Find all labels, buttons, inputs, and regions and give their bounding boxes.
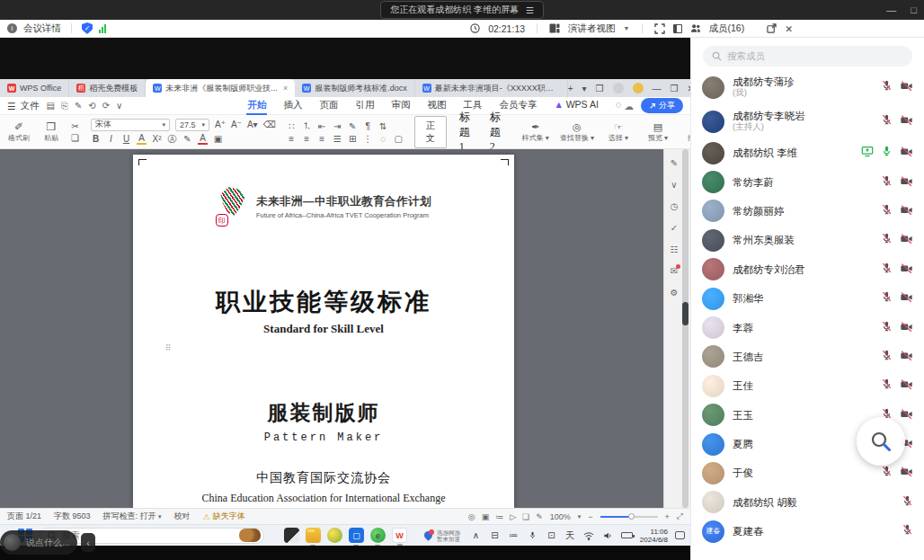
fit-page-icon[interactable]: ⤢ [677, 511, 683, 521]
font-format-icon[interactable]: A [137, 133, 147, 145]
scrollbar-thumb[interactable] [682, 302, 689, 325]
member-row[interactable]: 郭湘华 [691, 284, 924, 313]
tray-sliders-icon[interactable]: ≔ [508, 530, 520, 540]
paragraph-icon[interactable]: ⇤ [317, 121, 327, 131]
tab-list-icon[interactable]: ▾ [582, 84, 587, 93]
tray-clock[interactable]: 11:06 2024/6/8 [640, 528, 668, 544]
camera-off-icon[interactable] [900, 145, 913, 161]
side-tool-icon[interactable]: ✉ [671, 266, 678, 276]
popout-icon[interactable] [766, 23, 777, 34]
file-explorer-icon[interactable] [306, 528, 321, 543]
wps-tab[interactable]: W未来非洲《服装制版师职业技...× [146, 79, 295, 97]
task-view-icon[interactable] [284, 528, 299, 543]
member-row[interactable]: 王德吉 [691, 342, 924, 371]
meeting-details-link[interactable]: 会议详情 [23, 22, 61, 35]
paragraph-icon[interactable]: ⋮ [363, 134, 373, 144]
close-panel-icon[interactable]: ✕ [785, 23, 793, 34]
paragraph-drag-handle[interactable]: ⠿ [165, 343, 171, 352]
side-tool-icon[interactable]: ⚙ [671, 288, 679, 298]
font-size-select[interactable]: 27.5▾ [175, 119, 209, 131]
样式集-button[interactable]: ✒样式集 ▾ [520, 121, 551, 143]
font-format-icon[interactable]: U [121, 134, 131, 144]
chat-input-placeholder[interactable]: 说点什么... [26, 537, 69, 549]
font-format-icon[interactable]: A [198, 133, 208, 145]
paragraph-icon[interactable]: ∷ [287, 121, 297, 131]
tray-display-icon[interactable]: ⊡ [546, 530, 557, 540]
tray-mic-icon[interactable] [527, 530, 538, 540]
font-name-select[interactable]: 宋体▾ [91, 119, 170, 131]
restore-button[interactable]: ❐ [671, 84, 679, 93]
font-format-icon[interactable]: I [106, 134, 116, 144]
view-mode-dropdown[interactable]: 演讲者视图 [568, 22, 616, 35]
paragraph-icon[interactable]: ≡ [287, 134, 297, 144]
boards-icon[interactable]: ❐ [596, 84, 604, 93]
tray-pin-notification[interactable]: 迅游网游 暂未加速 [423, 529, 460, 542]
font-format-icon[interactable]: Ⓐ [167, 133, 177, 146]
missing-font-warning[interactable]: ⚠ 缺失字体 [203, 511, 245, 522]
avatar[interactable] [613, 83, 624, 93]
paragraph-icon[interactable]: ⇥ [333, 121, 342, 131]
camera-off-icon[interactable] [900, 407, 913, 423]
zoom-slider[interactable] [600, 516, 658, 518]
paragraph-icon[interactable]: ☰ [333, 134, 342, 144]
camera-off-icon[interactable] [900, 320, 913, 336]
member-row[interactable]: 成都纺织 李维 [691, 138, 924, 167]
camera-off-icon[interactable] [900, 79, 913, 95]
clear-format-icon[interactable]: ⌫ [263, 120, 276, 129]
menu-开始[interactable]: 开始 [246, 97, 267, 115]
paragraph-icon[interactable]: ◌ [378, 134, 388, 144]
quick-icon[interactable]: ⎘ [61, 101, 68, 111]
member-row[interactable]: 王佳 [691, 371, 924, 400]
browser-green-icon[interactable]: e [370, 528, 386, 543]
member-row[interactable]: 常纺李蔚 [691, 167, 924, 196]
side-tool-icon[interactable]: ✓ [671, 223, 678, 233]
quick-icon[interactable]: ▤ [46, 101, 54, 111]
camera-off-icon[interactable] [900, 378, 913, 394]
view-mode-icon[interactable]: ❏ [522, 512, 529, 521]
avatar[interactable] [633, 83, 644, 93]
menu-引用[interactable]: 引用 [354, 97, 375, 115]
选择-button[interactable]: ☞选择 ▾ [603, 121, 634, 143]
wps-tab[interactable]: 稻稻壳免费模板 [69, 79, 146, 97]
scrollbar-track[interactable] [682, 149, 689, 508]
increase-font-icon[interactable]: A⁺ [215, 120, 226, 129]
camera-off-icon[interactable] [900, 290, 913, 307]
tray-chevron-icon[interactable]: ∧ [470, 530, 482, 540]
style-heading[interactable]: 标题 1 [452, 110, 477, 154]
magnifier-overlay[interactable] [857, 417, 905, 466]
quick-icon[interactable]: ∨ [116, 101, 122, 111]
wps-tab[interactable]: WWPS Office [0, 79, 69, 97]
member-row[interactable]: 李蓉 [691, 313, 924, 342]
menu-插入[interactable]: 插入 [282, 97, 303, 115]
chat-collapse-button[interactable]: ‹ [81, 533, 95, 552]
decrease-font-icon[interactable]: A⁻ [231, 120, 242, 129]
menu-WPS AI[interactable]: ▲ WPS AI [553, 97, 600, 115]
paragraph-icon[interactable]: ✎ [348, 121, 358, 131]
mic-muted-icon[interactable] [881, 113, 893, 129]
wifi-icon[interactable] [583, 531, 595, 540]
security-shield-icon[interactable]: ✓ [82, 22, 93, 34]
document-page[interactable]: 印 未来非洲—中非职业教育合作计划 Future of Africa--Chin… [133, 155, 514, 508]
mic-muted-icon[interactable] [881, 290, 893, 307]
mic-muted-icon[interactable] [881, 262, 893, 278]
mic-muted-icon[interactable] [881, 465, 893, 481]
wps-tab[interactable]: W最新未来非洲项目-《XXXXX职业标... [415, 79, 568, 97]
member-row[interactable]: 成都纺织 胡毅 [691, 488, 924, 517]
member-row[interactable]: 建春夏建春 [691, 517, 924, 546]
格式刷-button[interactable]: ✐格式刷 [5, 120, 32, 143]
quick-icon[interactable]: ⟳ [102, 101, 110, 111]
clipboard-icon[interactable]: ❏ [70, 133, 80, 143]
mic-muted-icon[interactable] [881, 320, 893, 336]
quick-icon[interactable]: ✎ [75, 101, 82, 111]
paragraph-icon[interactable]: ¶ [363, 121, 373, 131]
paragraph-icon[interactable]: ≡ [317, 134, 327, 144]
network-signal-icon[interactable] [99, 24, 106, 33]
member-row[interactable]: 成都纺专刘治君 [691, 255, 924, 284]
font-format-icon[interactable]: X² [152, 134, 162, 144]
side-tool-icon[interactable]: ✎ [671, 158, 678, 168]
maximize-button[interactable]: □ [911, 4, 917, 15]
menu-search-icon[interactable]: ◌ [615, 97, 622, 115]
members-count-button[interactable]: 成员(16) [709, 22, 745, 35]
cloud-sync-icon[interactable]: ☁ [625, 101, 635, 111]
hamburger-icon[interactable]: ☰ [7, 101, 15, 111]
